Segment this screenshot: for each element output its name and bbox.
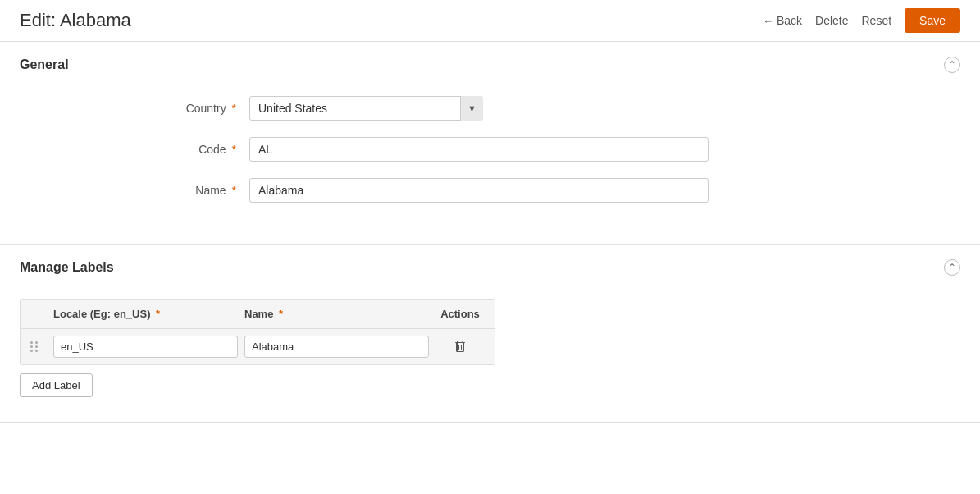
drag-handle[interactable] [30, 341, 53, 352]
chevron-up-icon-2: ⌃ [948, 262, 956, 273]
labels-section-title: Manage Labels [20, 260, 114, 275]
header-actions: ← Back Delete Reset Save [763, 8, 960, 33]
name-input[interactable] [249, 178, 709, 203]
drag-dot [35, 350, 38, 352]
actions-col-header: Actions [435, 308, 485, 320]
drag-dot [35, 345, 38, 348]
labels-section-header[interactable]: Manage Labels ⌃ [0, 245, 980, 290]
locale-input[interactable] [53, 336, 238, 358]
code-label: Code * [151, 143, 249, 156]
labels-table-header: Locale (Eg: en_US) * Name * Actions [21, 300, 495, 329]
label-name-input[interactable] [244, 336, 429, 358]
drag-dots-row-3 [30, 350, 53, 352]
country-select[interactable]: United States [249, 96, 483, 121]
chevron-up-icon: ⌃ [948, 59, 956, 71]
general-section-body: Country * United States ▼ Code * [0, 88, 980, 244]
trash-icon [454, 341, 467, 354]
back-arrow-icon: ← [763, 15, 773, 27]
general-section: General ⌃ Country * United States ▼ [0, 42, 980, 245]
table-row [21, 329, 495, 364]
general-section-title: General [20, 57, 69, 72]
country-row: Country * United States ▼ [151, 96, 889, 121]
drag-dot [35, 341, 38, 344]
labels-section-toggle[interactable]: ⌃ [944, 259, 960, 276]
name-required: * [232, 184, 236, 197]
locale-required: * [156, 308, 160, 320]
code-input[interactable] [249, 137, 709, 162]
labels-table: Locale (Eg: en_US) * Name * Actions [20, 299, 495, 365]
country-label: Country * [151, 102, 249, 115]
reset-label: Reset [862, 14, 892, 27]
reset-link[interactable]: Reset [862, 14, 892, 27]
back-link[interactable]: ← Back [763, 14, 802, 27]
name-row: Name * [151, 178, 889, 203]
drag-dots-row-2 [30, 345, 53, 348]
delete-label: Delete [815, 14, 848, 27]
name-label: Name * [151, 184, 249, 197]
back-label: Back [777, 14, 802, 27]
delete-link[interactable]: Delete [815, 14, 848, 27]
code-row: Code * [151, 137, 889, 162]
country-select-wrapper: United States ▼ [249, 96, 483, 121]
country-required: * [232, 102, 236, 115]
add-label-button[interactable]: Add Label [20, 373, 93, 397]
name-col-required: * [279, 308, 283, 320]
labels-section-body: Locale (Eg: en_US) * Name * Actions [0, 290, 980, 422]
drag-dots-row-1 [30, 341, 53, 344]
locale-col-header: Locale (Eg: en_US) * [53, 308, 244, 320]
name-col-header: Name * [244, 308, 435, 320]
delete-row-button[interactable] [435, 337, 485, 357]
general-section-header[interactable]: General ⌃ [0, 42, 980, 88]
labels-section: Manage Labels ⌃ Locale (Eg: en_US) * Nam… [0, 245, 980, 423]
drag-dot [30, 345, 33, 348]
general-section-toggle[interactable]: ⌃ [944, 57, 960, 73]
page-header: Edit: Alabama ← Back Delete Reset Save [0, 0, 980, 42]
code-required: * [232, 143, 236, 156]
drag-dot [30, 341, 33, 344]
page-content: General ⌃ Country * United States ▼ [0, 42, 980, 423]
drag-dot [30, 350, 33, 352]
save-button[interactable]: Save [905, 8, 960, 33]
page-title: Edit: Alabama [20, 10, 131, 31]
